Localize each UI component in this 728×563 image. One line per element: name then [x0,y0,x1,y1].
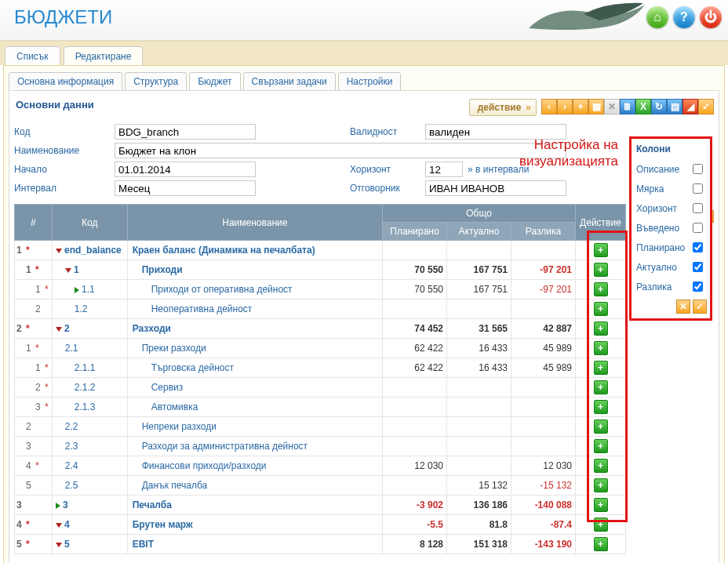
collapse-icon[interactable] [56,249,62,253]
calc-button[interactable]: ▤ [667,99,682,114]
row-code-link[interactable]: 1.1 [82,284,95,295]
row-code-link[interactable]: 2.3 [65,441,78,452]
row-name-link[interactable]: Приходи [142,264,183,275]
sub-tab[interactable]: Основна информация [9,72,122,91]
row-action-button[interactable]: + [594,498,608,512]
collapse-icon[interactable] [56,543,62,547]
row-action-button[interactable]: + [594,263,608,277]
input-owner[interactable] [425,180,566,196]
table-row: 4 *2.4Финансови приходи/разходи12 03012 … [15,456,626,476]
row-action-button[interactable]: + [594,439,608,453]
row-action-button[interactable]: + [594,302,608,316]
collapse-icon[interactable] [56,327,62,332]
row-code-link[interactable]: 2 [64,323,70,334]
edit-marker-button[interactable]: ◢ [682,99,698,114]
row-code-link[interactable]: 3 [63,499,68,510]
annotation-visualization: Настройка на визуализацията [519,136,618,170]
row-action-button[interactable]: + [594,420,608,434]
row-action-button[interactable]: + [594,537,608,551]
row-name-link[interactable]: Неоперативна дейност [151,303,253,314]
row-name-link[interactable]: Преки разходи [142,343,206,354]
sub-tab[interactable]: Свързани задачи [243,72,336,91]
row-name-link[interactable]: Брутен марж [133,519,193,530]
add-button[interactable]: + [573,99,588,114]
input-horizon[interactable] [425,162,463,177]
nav-prev-button[interactable]: ‹ [541,99,557,114]
row-name-link[interactable]: Финансови приходи/разходи [142,460,267,471]
row-name-link[interactable]: Разходи [133,323,171,334]
row-name-link[interactable]: Търговска дейност [151,362,234,373]
row-name-link[interactable]: Печалба [133,499,172,510]
row-code-link[interactable]: 2.1 [65,343,78,354]
row-code-link[interactable]: 4 [64,519,70,530]
row-action-button[interactable]: + [594,380,608,394]
th-actual: Актуално [447,223,511,241]
column-option-checkbox[interactable] [693,183,703,194]
row-name-link[interactable]: Автомивка [151,401,198,412]
refresh-button[interactable]: ↻ [651,99,667,114]
label-name: Наименование [14,143,107,158]
row-action-button[interactable]: + [594,341,608,355]
sub-tab[interactable]: Структура [125,72,187,91]
collapse-icon[interactable] [65,268,71,273]
input-interval[interactable] [115,180,256,196]
export-excel-button[interactable]: X [635,99,651,114]
row-name-link[interactable]: Сервиз [151,382,184,393]
row-code-link[interactable]: 2.4 [65,460,78,471]
row-action-button[interactable]: + [594,459,608,473]
sub-tab[interactable]: Настройки [338,72,402,91]
row-action-button[interactable]: + [594,243,608,257]
row-code-link[interactable]: 1.2 [75,303,88,314]
confirm-button[interactable]: ✓ [698,99,714,114]
row-code-link[interactable]: end_balance [64,245,122,256]
column-option-label: Описание [636,164,679,175]
row-code-link[interactable]: 2.1.2 [75,382,96,393]
table-row: 1 * 1.1Приходи от оперативна дейност70 5… [15,280,626,300]
row-code-link[interactable]: 1 [74,264,79,275]
top-tab[interactable]: Редактиране [64,46,144,65]
top-tab[interactable]: Списък [5,46,60,65]
label-validity: Валидност [350,124,417,140]
label-horizon: Хоризонт [350,162,417,177]
expand-icon[interactable] [75,287,79,293]
action-dropdown[interactable]: действие » [469,99,537,116]
collapse-icon[interactable] [56,523,62,528]
row-action-button[interactable]: + [594,321,608,336]
row-code-link[interactable]: 5 [64,539,70,550]
sub-tab[interactable]: Бюджет [189,72,240,91]
nav-next-button[interactable]: › [557,99,573,114]
row-code-link[interactable]: 2.2 [65,421,78,432]
table-row: 32.3Разходи за административна дейност+ [15,437,626,456]
row-name-link[interactable]: Данък печалба [142,480,207,491]
column-option-label: Мярка [636,183,664,194]
row-action-button[interactable]: + [594,518,608,532]
expand-icon[interactable] [56,503,60,509]
row-action-button[interactable]: + [594,282,608,296]
input-start[interactable] [115,162,256,177]
input-code[interactable] [115,124,256,140]
row-name-link[interactable]: Непреки разходи [142,421,217,432]
help-button[interactable]: ? [673,6,695,28]
th-code: Код [52,205,127,241]
logout-button[interactable]: ⏻ [700,6,722,28]
input-name[interactable] [115,143,566,158]
row-name-link[interactable]: Разходи за административна дейност [142,441,308,452]
delete-button[interactable]: ✕ [604,99,620,114]
row-code-link[interactable]: 2.1.3 [75,401,96,412]
table-row: 1 *2.1.1Търговска дейност62 42216 43345 … [15,358,626,378]
row-action-button[interactable]: + [594,361,608,375]
row-code-link[interactable]: 2.5 [65,480,78,491]
row-name-link[interactable]: EBIT [133,539,154,550]
export-doc-button[interactable]: 🗎 [620,99,635,114]
row-action-button[interactable]: + [594,400,608,414]
row-code-link[interactable]: 2.1.1 [75,362,96,373]
home-button[interactable]: ⌂ [646,6,668,28]
copy-button[interactable]: ▦ [588,99,604,114]
th-diff: Разлика [511,223,576,241]
column-option-checkbox[interactable] [693,164,703,174]
row-name-link[interactable]: Краен баланс (Динамика на печалбата) [133,245,315,256]
label-start: Начало [14,162,107,177]
label-interval: Интервал [14,180,107,196]
row-name-link[interactable]: Приходи от оперативна дейност [151,284,293,295]
row-action-button[interactable]: + [594,478,608,492]
